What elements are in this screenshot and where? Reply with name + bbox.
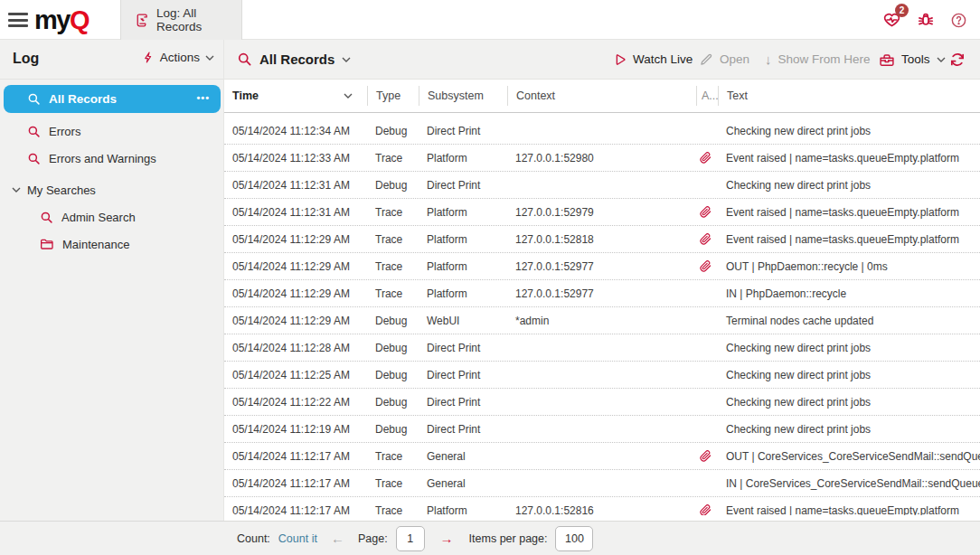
open-button[interactable]: Open bbox=[700, 40, 749, 79]
arrow-down-icon: ↓ bbox=[765, 52, 772, 66]
table-row[interactable]: 05/14/2024 11:12:28 AM Debug Direct Prin… bbox=[224, 334, 980, 362]
hamburger-menu-icon[interactable] bbox=[8, 13, 28, 27]
table-row[interactable]: 05/14/2024 11:12:31 AM Trace Platform 12… bbox=[224, 199, 980, 226]
cell-time: 05/14/2024 11:12:17 AM bbox=[224, 477, 367, 490]
cell-type: Debug bbox=[367, 369, 419, 381]
cell-context: 127.0.0.1:52818 bbox=[507, 233, 696, 246]
search-icon bbox=[237, 52, 252, 67]
paperclip-icon bbox=[700, 260, 711, 272]
sidebar-item-maintenance[interactable]: Maintenance bbox=[0, 230, 224, 258]
table-row[interactable]: 05/14/2024 11:12:29 AM Trace Platform 12… bbox=[224, 253, 980, 280]
table-row[interactable]: 05/14/2024 11:12:33 AM Trace Platform 12… bbox=[224, 145, 980, 172]
chevron-down-icon bbox=[342, 57, 351, 62]
cell-text: OUT | PhpDaemon::recycle | 0ms bbox=[718, 260, 980, 273]
tab-log-all-records[interactable]: Log: All Records bbox=[120, 0, 242, 40]
cell-attachment bbox=[696, 206, 718, 218]
view-title-dropdown[interactable]: All Records bbox=[237, 40, 351, 79]
cell-subsystem: Platform bbox=[419, 287, 507, 300]
cell-attachment bbox=[696, 342, 718, 353]
table-row[interactable]: 05/14/2024 11:12:34 AM Debug Direct Prin… bbox=[224, 118, 980, 145]
cell-type: Debug bbox=[367, 342, 419, 354]
cell-text: Event raised | name=tasks.queueEmpty.pla… bbox=[718, 206, 980, 219]
cell-subsystem: Platform bbox=[419, 206, 507, 219]
myq-log-window: myQ Log: All Records 2 bbox=[0, 0, 980, 555]
cell-time: 05/14/2024 11:12:31 AM bbox=[224, 206, 367, 219]
table-row[interactable]: 05/14/2024 11:12:29 AM Trace Platform 12… bbox=[224, 226, 980, 253]
sidebar-group-my-searches[interactable]: My Searches bbox=[0, 176, 224, 203]
table-row[interactable]: 05/14/2024 11:12:25 AM Debug Direct Prin… bbox=[224, 362, 980, 389]
previous-page-arrow-icon[interactable]: ← bbox=[331, 531, 344, 545]
item-menu-ellipsis-icon[interactable]: ••• bbox=[196, 85, 210, 113]
paperclip-icon bbox=[700, 152, 711, 164]
pagination-footer: Count: Count it ← Page: → Items per page… bbox=[0, 521, 980, 555]
paperclip-icon bbox=[700, 233, 711, 245]
sidebar-item-admin-search[interactable]: Admin Search bbox=[0, 203, 224, 230]
myq-logo: myQ bbox=[34, 3, 89, 37]
cell-context: *admin bbox=[507, 315, 696, 327]
cell-text: Event raised | name=tasks.queueEmpty.pla… bbox=[718, 504, 980, 516]
cell-attachment bbox=[696, 179, 718, 191]
cell-attachment bbox=[696, 125, 718, 136]
sidebar-item-errors[interactable]: Errors bbox=[0, 118, 224, 145]
refresh-button[interactable] bbox=[949, 40, 966, 79]
open-label: Open bbox=[720, 52, 749, 66]
debug-bug-icon[interactable] bbox=[917, 11, 935, 29]
health-status-icon[interactable]: 2 bbox=[882, 11, 901, 29]
cell-time: 05/14/2024 11:12:22 AM bbox=[224, 396, 367, 409]
toolbox-icon bbox=[879, 52, 895, 67]
cell-subsystem: Platform bbox=[419, 504, 507, 516]
cell-subsystem: Direct Print bbox=[419, 179, 507, 192]
sidebar-item-label: All Records bbox=[49, 92, 117, 106]
cell-context: 127.0.0.1:52979 bbox=[507, 206, 696, 219]
table-row[interactable]: 05/14/2024 11:12:31 AM Debug Direct Prin… bbox=[224, 172, 980, 199]
table-row[interactable]: 05/14/2024 11:12:29 AM Trace Platform 12… bbox=[224, 280, 980, 307]
cell-subsystem: Direct Print bbox=[419, 369, 507, 381]
help-icon[interactable] bbox=[950, 12, 967, 29]
cell-subsystem: General bbox=[419, 450, 507, 463]
sidebar-item-all-records[interactable]: All Records ••• bbox=[4, 85, 221, 113]
cell-subsystem: Direct Print bbox=[419, 342, 507, 354]
cell-subsystem: General bbox=[419, 477, 507, 490]
table-row[interactable]: 05/14/2024 11:12:17 AM Trace General IN … bbox=[224, 470, 980, 497]
column-header-type[interactable]: Type bbox=[367, 86, 419, 106]
count-label: Count: bbox=[237, 532, 270, 545]
sidebar: All Records ••• Errors Errors and Warnin… bbox=[0, 80, 224, 521]
cell-text: Terminal nodes cache updated bbox=[718, 315, 980, 327]
sidebar-item-label: Admin Search bbox=[61, 211, 136, 224]
table-row[interactable]: 05/14/2024 11:12:17 AM Trace General OUT… bbox=[224, 443, 980, 470]
count-it-link[interactable]: Count it bbox=[278, 532, 317, 545]
cell-context: 127.0.0.1:52977 bbox=[507, 260, 696, 273]
cell-time: 05/14/2024 11:12:19 AM bbox=[224, 423, 367, 436]
actions-button[interactable]: Actions bbox=[143, 50, 214, 65]
column-header-attachment[interactable]: A... bbox=[696, 86, 718, 106]
tools-button[interactable]: Tools bbox=[879, 40, 946, 79]
column-header-text[interactable]: Text bbox=[718, 86, 980, 106]
paperclip-icon bbox=[700, 206, 711, 218]
column-header-time[interactable]: Time bbox=[224, 86, 367, 106]
cell-type: Debug bbox=[367, 315, 419, 327]
cell-attachment bbox=[696, 260, 718, 272]
page-input[interactable] bbox=[396, 526, 425, 551]
cell-text: IN | CoreServices_CoreServiceSendMail::s… bbox=[718, 477, 980, 490]
sidebar-item-label: Maintenance bbox=[62, 238, 129, 251]
cell-attachment bbox=[696, 369, 718, 381]
sidebar-toolbar: Log Actions bbox=[0, 40, 224, 79]
table-header: Time Type Subsystem Context A... Text bbox=[224, 80, 980, 113]
watch-live-button[interactable]: Watch Live bbox=[613, 40, 693, 79]
next-page-arrow-icon[interactable]: → bbox=[440, 531, 454, 545]
show-from-here-label: Show From Here bbox=[778, 52, 871, 66]
show-from-here-button[interactable]: ↓ Show From Here bbox=[765, 40, 871, 79]
table-row[interactable]: 05/14/2024 11:12:19 AM Debug Direct Prin… bbox=[224, 416, 980, 443]
table-row[interactable]: 05/14/2024 11:12:17 AM Trace Platform 12… bbox=[224, 497, 980, 515]
column-header-subsystem[interactable]: Subsystem bbox=[419, 86, 507, 106]
cell-subsystem: WebUI bbox=[419, 315, 507, 327]
cell-attachment bbox=[696, 504, 718, 515]
sidebar-item-errors-and-warnings[interactable]: Errors and Warnings bbox=[0, 145, 224, 172]
refresh-icon bbox=[949, 52, 966, 68]
cell-time: 05/14/2024 11:12:17 AM bbox=[224, 450, 367, 463]
table-row[interactable]: 05/14/2024 11:12:22 AM Debug Direct Prin… bbox=[224, 389, 980, 416]
items-per-page-input[interactable] bbox=[555, 526, 593, 551]
column-header-context[interactable]: Context bbox=[507, 86, 696, 106]
cell-attachment bbox=[696, 423, 718, 435]
table-row[interactable]: 05/14/2024 11:12:29 AM Debug WebUI *admi… bbox=[224, 307, 980, 334]
